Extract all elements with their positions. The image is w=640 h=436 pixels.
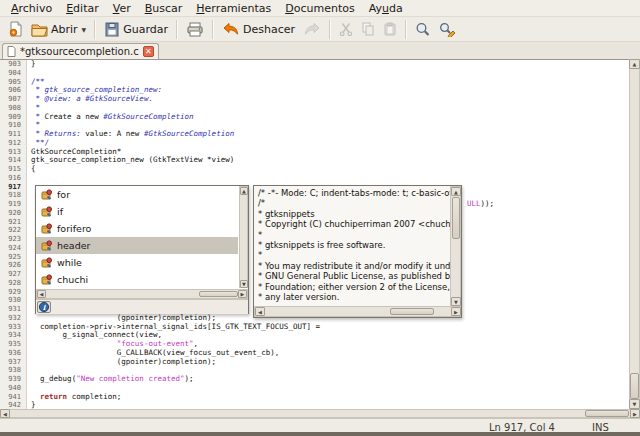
- find-button[interactable]: [411, 20, 435, 39]
- horizontal-scroll-thumb[interactable]: [390, 308, 434, 315]
- completion-item-label: if: [57, 206, 63, 217]
- scroll-left-icon[interactable]: ◀: [255, 307, 265, 316]
- code-line: (gpointer)completion);: [28, 358, 629, 367]
- open-button-label: Abrir: [51, 23, 78, 36]
- menu-herramientas[interactable]: Herramientas: [189, 1, 278, 16]
- scroll-down-icon[interactable]: ▼: [629, 399, 640, 409]
- menu-editar[interactable]: Editar: [59, 1, 106, 16]
- line-number: 922: [0, 226, 26, 235]
- scroll-up-icon[interactable]: ▲: [629, 59, 640, 69]
- completion-item-label: header: [57, 240, 90, 251]
- cut-scissors-icon: [339, 22, 353, 36]
- info-line: * gtksnippets: [258, 209, 447, 219]
- scroll-left-icon[interactable]: ◀: [37, 290, 46, 298]
- open-button[interactable]: Abrir ▼: [27, 20, 90, 39]
- line-number: 904: [0, 69, 26, 78]
- line-number: 918: [0, 191, 26, 200]
- menu-ver[interactable]: Ver: [106, 1, 138, 16]
- scroll-up-icon[interactable]: ▲: [240, 187, 248, 195]
- line-number: 938: [0, 366, 26, 375]
- save-button[interactable]: Guardar: [100, 20, 172, 39]
- line-number: 915: [0, 165, 26, 174]
- cut-button[interactable]: [335, 20, 357, 38]
- completion-item-if[interactable]: if: [36, 203, 238, 220]
- horizontal-scroll-thumb[interactable]: [585, 410, 629, 417]
- menu-ayuda[interactable]: Ayuda: [362, 1, 410, 16]
- completion-item-label: while: [57, 257, 82, 268]
- tab-gtksourcecompletion[interactable]: *gtksourcecompletion.c ✕: [2, 43, 159, 59]
- line-number: 939: [0, 375, 26, 384]
- new-document-button[interactable]: [4, 19, 27, 39]
- document-icon: [7, 46, 16, 57]
- tab-close-icon[interactable]: ✕: [143, 46, 154, 57]
- line-number: 923: [0, 235, 26, 244]
- editor-horizontal-scrollbar[interactable]: ◀ ▶: [0, 409, 640, 418]
- line-number: 903: [0, 60, 26, 69]
- line-number-gutter: 9039049059069079089099109119129139149159…: [0, 60, 27, 409]
- vertical-scroll-thumb[interactable]: [452, 197, 460, 239]
- completion-item-label: forifero: [57, 223, 91, 234]
- info-line: /* -*- Mode: C; indent-tabs-mode: t; c-b…: [258, 188, 447, 198]
- undo-button-label: Deshacer: [243, 23, 295, 36]
- find-replace-button[interactable]: [435, 20, 460, 39]
- paste-button[interactable]: [379, 20, 401, 38]
- undo-button[interactable]: Deshacer: [218, 20, 299, 38]
- scroll-right-icon[interactable]: ▶: [630, 409, 640, 418]
- menu-archivo[interactable]: Archivo: [4, 1, 59, 16]
- completion-item-chuchi[interactable]: chuchi: [36, 271, 238, 288]
- toolbar-separator: [329, 20, 331, 39]
- redo-button[interactable]: [299, 20, 325, 38]
- line-number: 907: [0, 95, 26, 104]
- toolbar-separator: [212, 20, 214, 39]
- line-number: 913: [0, 148, 26, 157]
- info-line: * You may redistribute it and/or modify …: [258, 261, 447, 271]
- line-number: 926: [0, 261, 26, 270]
- scroll-down-icon[interactable]: ▼: [451, 297, 461, 306]
- gedit-window: { "menu": { "items": [ {"label": "Archiv…: [0, 0, 640, 436]
- menu-buscar[interactable]: Buscar: [138, 1, 190, 16]
- print-icon: [186, 22, 204, 37]
- vertical-scroll-thumb[interactable]: [630, 373, 639, 399]
- copy-icon: [361, 22, 375, 36]
- line-number: 910: [0, 121, 26, 130]
- window-bottom-edge: [0, 432, 640, 436]
- scroll-right-icon[interactable]: ▶: [451, 307, 461, 316]
- line-number: 927: [0, 270, 26, 279]
- editor-vertical-scrollbar[interactable]: ▲ ▼: [629, 59, 640, 409]
- info-toggle-button[interactable]: i: [37, 301, 51, 313]
- menu-documentos[interactable]: Documentos: [278, 1, 361, 16]
- line-number: 921: [0, 218, 26, 227]
- snippet-icon: [41, 240, 52, 251]
- copy-button[interactable]: [357, 20, 379, 38]
- info-line: *: [258, 250, 447, 260]
- scroll-up-icon[interactable]: ▲: [451, 187, 461, 196]
- completion-item-while[interactable]: while: [36, 254, 238, 271]
- completion-item-header[interactable]: header: [36, 237, 238, 254]
- completion-list[interactable]: forifforiferoheaderwhilechuchi: [36, 186, 238, 288]
- save-button-label: Guardar: [123, 23, 168, 36]
- toolbar-separator: [405, 20, 407, 39]
- snippet-icon: [41, 189, 52, 200]
- scroll-right-icon[interactable]: ▶: [238, 290, 247, 298]
- line-number: 911: [0, 130, 26, 139]
- code-line: }: [28, 401, 629, 409]
- scroll-left-icon[interactable]: ◀: [0, 409, 10, 418]
- horizontal-scroll-thumb[interactable]: [199, 291, 238, 297]
- info-horizontal-scrollbar[interactable]: ◀ ▶: [254, 306, 461, 317]
- completion-info-text: /* -*- Mode: C; indent-tabs-mode: t; c-b…: [255, 187, 450, 306]
- new-document-icon: [8, 21, 23, 37]
- line-number: 936: [0, 349, 26, 358]
- code-line: }: [28, 60, 629, 69]
- info-line: * Foundation; either version 2 of the Li…: [258, 282, 447, 292]
- completion-item-forifero[interactable]: forifero: [36, 220, 238, 237]
- line-number: 930: [0, 296, 26, 305]
- completion-item-for[interactable]: for: [36, 186, 238, 203]
- print-button[interactable]: [182, 20, 208, 39]
- line-number: 942: [0, 401, 26, 409]
- paste-clipboard-icon: [383, 22, 397, 36]
- completion-horizontal-scrollbar[interactable]: ◀ ▶: [36, 289, 248, 299]
- info-vertical-scrollbar[interactable]: ▲ ▼: [450, 186, 461, 306]
- open-dropdown-arrow-icon[interactable]: ▼: [82, 26, 87, 33]
- completion-vertical-scrollbar[interactable]: ▲ ▼: [239, 186, 248, 288]
- scroll-down-icon[interactable]: ▼: [240, 280, 248, 288]
